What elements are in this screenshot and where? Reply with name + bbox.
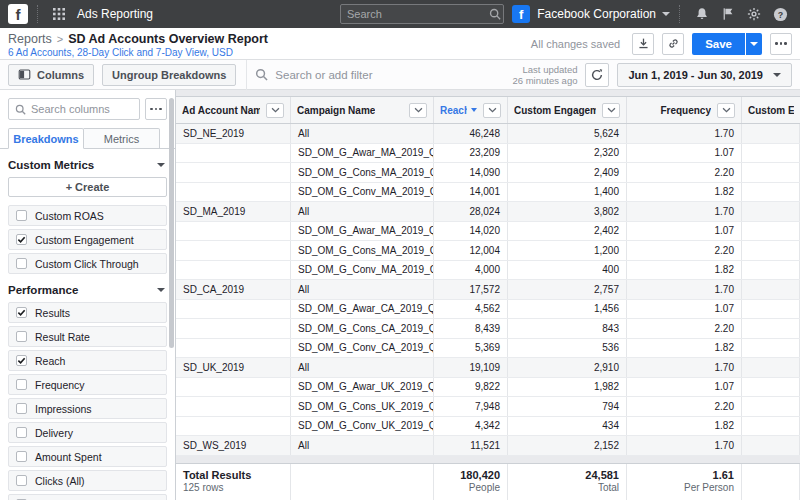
help-icon[interactable]: ? <box>773 7 788 22</box>
table-row[interactable]: SD_MA_2019 All 28,024 3,802 1.70 <box>176 202 800 222</box>
table-row[interactable]: SD_OM_G_Cons_UK_2019_Q2 7,948 794 2.20 <box>176 397 800 417</box>
table-row[interactable]: SD_OM_G_Awar_MA_2019_Q2 14,020 2,402 1.0… <box>176 222 800 242</box>
tab-metrics[interactable]: Metrics <box>84 128 160 149</box>
section-performance[interactable]: Performance <box>8 284 165 296</box>
date-range-button[interactable]: Jun 1, 2019 - Jun 30, 2019 <box>617 63 792 87</box>
cell-frequency: 1.82 <box>627 183 742 202</box>
cell-custom-engagement-2 <box>742 241 800 260</box>
table-row[interactable]: SD_OM_G_Cons_MA_2019_Q2 12,004 1,200 2.2… <box>176 241 800 261</box>
column-toggle-item[interactable]: Custom ROAS <box>8 205 167 226</box>
column-toggle-item[interactable]: Impressions <box>8 398 167 419</box>
checkbox[interactable] <box>16 331 27 342</box>
column-toggle-item[interactable]: Frequency <box>8 374 167 395</box>
column-toggle-item[interactable]: CPC (All) <box>8 494 167 500</box>
checkbox[interactable] <box>16 210 27 221</box>
search-icon[interactable] <box>489 8 501 20</box>
refresh-button[interactable] <box>585 63 609 87</box>
cell-reach: 5,369 <box>434 339 508 358</box>
tab-breakdowns[interactable]: Breakdowns <box>8 128 84 149</box>
column-toggle-item[interactable]: Clicks (All) <box>8 470 167 491</box>
ungroup-breakdowns-button[interactable]: Ungroup Breakdowns <box>102 64 236 86</box>
cell-custom-engagement-2 <box>742 163 800 182</box>
notifications-icon[interactable] <box>695 7 709 21</box>
column-toggle-item[interactable]: Reach <box>8 350 167 371</box>
header-custom-engagement[interactable]: Custom Engagement <box>508 97 627 123</box>
table-row[interactable]: SD_OM_G_Conv_UK_2019_Q2 4,342 434 1.82 <box>176 417 800 437</box>
column-toggle-item[interactable]: Custom Click Through <box>8 253 167 274</box>
column-toggle-item[interactable]: Delivery <box>8 422 167 443</box>
global-search[interactable] <box>340 4 504 24</box>
more-options-button[interactable] <box>770 33 792 55</box>
table-row[interactable]: SD_WS_2019 All 11,521 2,152 1.70 <box>176 436 800 456</box>
save-status: All changes saved <box>531 38 620 50</box>
checkbox[interactable] <box>16 258 27 269</box>
account-name[interactable]: Facebook Corporation <box>537 7 656 21</box>
global-search-input[interactable] <box>347 8 489 20</box>
table-row[interactable]: SD_NE_2019 All 46,248 5,624 1.70 <box>176 124 800 144</box>
table-row[interactable]: SD_OM_G_Awar_CA_2019_Q2 4,562 1,456 1.07 <box>176 300 800 320</box>
table-row[interactable]: SD_OM_G_Cons_MA_2019_Q2 14,090 2,409 2.2… <box>176 163 800 183</box>
column-toggle-item[interactable]: Amount Spent <box>8 446 167 467</box>
cell-ad-account-name <box>176 319 291 338</box>
create-metric-button[interactable]: + Create <box>8 177 167 197</box>
save-dropdown-button[interactable] <box>746 33 762 55</box>
checkbox[interactable] <box>16 355 27 366</box>
share-link-button[interactable] <box>662 33 684 55</box>
column-toggle-item[interactable]: Result Rate <box>8 326 167 347</box>
header-reach[interactable]: Reach <box>434 97 508 123</box>
table-row[interactable]: SD_OM_G_Awar_UK_2019_Q2 9,822 1,982 1.07 <box>176 378 800 398</box>
cell-reach: 17,572 <box>434 280 508 299</box>
checkbox[interactable] <box>16 427 27 438</box>
settings-gear-icon[interactable] <box>747 7 761 21</box>
columns-button[interactable]: Columns <box>8 64 94 86</box>
save-button[interactable]: Save <box>692 33 745 55</box>
chevron-down-icon[interactable] <box>662 12 670 16</box>
column-menu-button[interactable] <box>409 103 427 118</box>
table-row[interactable]: SD_CA_2019 All 17,572 2,757 1.70 <box>176 280 800 300</box>
table-row[interactable]: SD_UK_2019 All 19,109 2,910 1.70 <box>176 358 800 378</box>
column-toggle-label: Reach <box>35 355 65 367</box>
checkbox[interactable] <box>16 475 27 486</box>
sidebar-search-input[interactable] <box>31 103 133 115</box>
header-campaign-name[interactable]: Campaign Name <box>291 97 434 123</box>
column-menu-button[interactable] <box>717 103 735 118</box>
column-menu-button[interactable] <box>483 103 501 118</box>
column-menu-button[interactable] <box>602 103 620 118</box>
sidebar-search[interactable] <box>8 98 140 120</box>
table-row[interactable]: SD_OM_G_Conv_CA_2019_Q2 5,369 536 1.82 <box>176 339 800 359</box>
sidebar-more-button[interactable] <box>145 98 167 120</box>
account-avatar[interactable]: f <box>512 5 530 23</box>
section-custom-metrics[interactable]: Custom Metrics <box>8 159 165 171</box>
checkbox[interactable] <box>16 307 27 318</box>
table-row[interactable]: SD_OM_G_Cons_CA_2019_Q2 8,439 843 2.20 <box>176 319 800 339</box>
checkbox[interactable] <box>16 451 27 462</box>
checkbox[interactable] <box>16 234 27 245</box>
column-toggle-label: Result Rate <box>35 331 90 343</box>
column-toggle-label: Delivery <box>35 427 73 439</box>
divider <box>679 5 680 23</box>
report-subtitle-link[interactable]: 6 Ad Accounts, 28-Day Click and 7-Day Vi… <box>8 47 233 58</box>
header-ad-account-name[interactable]: Ad Account Name <box>176 97 291 123</box>
app-grid-icon[interactable] <box>53 8 65 20</box>
table-row[interactable]: SD_OM_G_Conv_MA_2019_Q2 14,001 1,400 1.8… <box>176 183 800 203</box>
sidebar-scrollbar[interactable] <box>169 98 174 492</box>
header-frequency[interactable]: Frequency <box>627 97 742 123</box>
checkbox[interactable] <box>16 403 27 414</box>
flag-icon[interactable] <box>721 7 735 21</box>
collapse-icon[interactable] <box>157 163 165 167</box>
column-toggle-item[interactable]: Custom Engagement <box>8 229 167 250</box>
table-row[interactable]: SD_OM_G_Conv_MA_2019_Q2 4,000 400 1.82 <box>176 261 800 281</box>
export-button[interactable] <box>632 33 654 55</box>
checkbox[interactable] <box>16 379 27 390</box>
header-custom-engagement-2[interactable]: Custom Engagement <box>742 97 800 123</box>
table-row[interactable]: SD_OM_G_Awar_MA_2019_Q2 23,209 2,320 1.0… <box>176 144 800 164</box>
filter-search-input[interactable] <box>275 69 475 81</box>
cell-custom-engagement: 400 <box>508 261 627 280</box>
column-menu-button[interactable] <box>266 103 284 118</box>
search-icon <box>255 68 268 81</box>
facebook-logo[interactable]: f <box>8 4 28 24</box>
filter-search[interactable] <box>255 68 512 81</box>
column-toggle-item[interactable]: Results <box>8 302 167 323</box>
breadcrumb-reports[interactable]: Reports <box>8 32 52 46</box>
collapse-icon[interactable] <box>157 288 165 292</box>
